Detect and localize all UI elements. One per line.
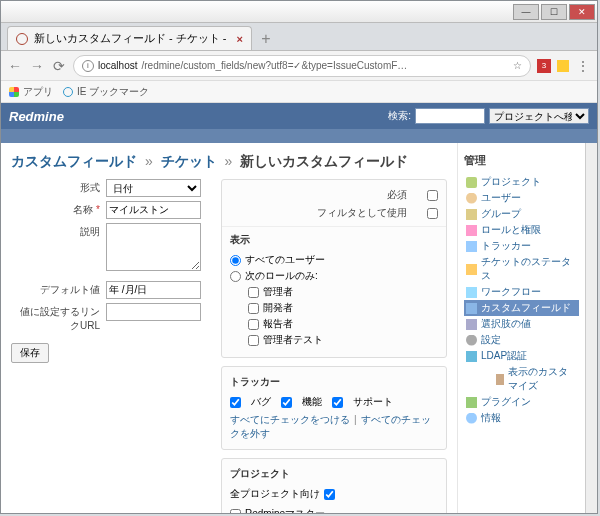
admin-item-プラグイン[interactable]: プラグイン — [464, 394, 579, 410]
admin-item-ワークフロー[interactable]: ワークフロー — [464, 284, 579, 300]
default-value-input[interactable] — [106, 281, 201, 299]
admin-item-ユーザー[interactable]: ユーザー — [464, 190, 579, 206]
admin-link[interactable]: 情報 — [481, 411, 501, 425]
admin-icon — [466, 413, 477, 424]
trackers-check-all-link[interactable]: すべてにチェックをつける — [230, 414, 350, 425]
admin-link[interactable]: ワークフロー — [481, 285, 541, 299]
admin-link[interactable]: プラグイン — [481, 395, 531, 409]
browser-tab[interactable]: 新しいカスタムフィールド - チケット - × — [7, 26, 252, 50]
admin-item-選択肢の値[interactable]: 選択肢の値 — [464, 316, 579, 332]
display-title: 表示 — [230, 233, 438, 247]
new-tab-button[interactable]: + — [256, 30, 276, 50]
ie-bookmarks-folder[interactable]: IE ブックマーク — [63, 85, 149, 99]
window-close-button[interactable]: ✕ — [569, 4, 595, 20]
url-host: localhost — [98, 60, 137, 71]
description-label: 説明 — [11, 223, 106, 239]
bookmark-star-icon[interactable]: ☆ — [513, 60, 522, 71]
admin-link[interactable]: 選択肢の値 — [481, 317, 531, 331]
forward-button[interactable]: → — [29, 58, 45, 74]
linkurl-input[interactable] — [106, 303, 201, 321]
admin-link[interactable]: プロジェクト — [481, 175, 541, 189]
name-label: 名称 * — [11, 201, 106, 217]
save-button[interactable]: 保存 — [11, 343, 49, 363]
tab-title: 新しいカスタムフィールド - チケット - — [34, 31, 227, 46]
admin-icon — [466, 193, 477, 204]
admin-item-表示のカスタマイズ[interactable]: 表示のカスタマイズ — [482, 364, 579, 394]
role-manager-checkbox[interactable] — [248, 287, 259, 298]
as-filter-checkbox[interactable] — [427, 208, 438, 219]
apps-shortcut[interactable]: アプリ — [9, 85, 53, 99]
admin-icon — [466, 287, 477, 298]
admin-item-カスタムフィールド[interactable]: カスタムフィールド — [464, 300, 579, 316]
admin-link[interactable]: 設定 — [481, 333, 501, 347]
brand-logo[interactable]: Redmine — [9, 109, 64, 124]
visibility-all-label: すべてのユーザー — [245, 253, 325, 267]
app-header: Redmine 検索: プロジェクトへ移動... — [1, 103, 597, 129]
admin-link[interactable]: 表示のカスタマイズ — [508, 365, 577, 393]
admin-icon — [466, 303, 477, 314]
role-developer-label: 開発者 — [263, 301, 293, 315]
admin-link[interactable]: ユーザー — [481, 191, 521, 205]
extension-icon[interactable] — [557, 60, 569, 72]
project-jump-select[interactable]: プロジェクトへ移動... — [489, 108, 589, 124]
trackers-title: トラッカー — [230, 375, 438, 389]
required-asterisk: * — [96, 204, 100, 215]
format-label: 形式 — [11, 179, 106, 195]
admin-link[interactable]: トラッカー — [481, 239, 531, 253]
site-info-icon[interactable]: i — [82, 60, 94, 72]
scrollbar[interactable] — [585, 143, 597, 513]
name-input[interactable] — [106, 201, 201, 219]
visibility-all-radio[interactable] — [230, 255, 241, 266]
window-titlebar: — ☐ ✕ — [1, 1, 597, 23]
admin-item-LDAP認証[interactable]: LDAP認証 — [464, 348, 579, 364]
linkurl-label: 値に設定するリンクURL — [11, 303, 106, 333]
default-label: デフォルト値 — [11, 281, 106, 297]
admin-item-トラッカー[interactable]: トラッカー — [464, 238, 579, 254]
breadcrumb-custom-fields[interactable]: カスタムフィールド — [11, 153, 137, 169]
url-bar[interactable]: i localhost /redmine/custom_fields/new?u… — [73, 55, 531, 77]
breadcrumb-issues[interactable]: チケット — [161, 153, 217, 169]
format-select[interactable]: 日付 — [106, 179, 201, 197]
window-maximize-button[interactable]: ☐ — [541, 4, 567, 20]
all-projects-checkbox[interactable] — [324, 489, 335, 500]
visibility-roles-radio[interactable] — [230, 271, 241, 282]
tracker-feature-checkbox[interactable] — [281, 397, 292, 408]
ie-icon — [63, 87, 73, 97]
role-developer-checkbox[interactable] — [248, 303, 259, 314]
admin-item-プロジェクト[interactable]: プロジェクト — [464, 174, 579, 190]
sub-header — [1, 129, 597, 143]
extension-badge[interactable]: 3 — [537, 59, 551, 73]
tab-close-icon[interactable]: × — [237, 33, 243, 45]
admin-icon — [466, 177, 477, 188]
admin-item-チケットのステータス[interactable]: チケットのステータス — [464, 254, 579, 284]
admin-icon — [466, 335, 477, 346]
projects-title: プロジェクト — [230, 467, 438, 481]
admin-link[interactable]: グループ — [481, 207, 521, 221]
description-textarea[interactable] — [106, 223, 201, 271]
project-master-checkbox[interactable] — [230, 509, 241, 514]
admin-item-グループ[interactable]: グループ — [464, 206, 579, 222]
admin-item-ロールと権限[interactable]: ロールと権限 — [464, 222, 579, 238]
window-minimize-button[interactable]: — — [513, 4, 539, 20]
required-checkbox[interactable] — [427, 190, 438, 201]
role-reporter-checkbox[interactable] — [248, 319, 259, 330]
reload-button[interactable]: ⟳ — [51, 58, 67, 74]
tracker-feature-label: 機能 — [302, 395, 322, 409]
back-button[interactable]: ← — [7, 58, 23, 74]
url-path: /redmine/custom_fields/new?utf8=✓&type=I… — [141, 60, 407, 71]
admin-item-設定[interactable]: 設定 — [464, 332, 579, 348]
favicon-icon — [16, 33, 28, 45]
bookmarks-bar: アプリ IE ブックマーク — [1, 81, 597, 103]
options-box: 必須 フィルタとして使用 表示 すべてのユーザー 次のロールのみ: 管理者 開発… — [221, 179, 447, 358]
search-input[interactable] — [415, 108, 485, 124]
admin-link[interactable]: ロールと権限 — [481, 223, 541, 237]
admin-link[interactable]: カスタムフィールド — [481, 301, 571, 315]
browser-menu-button[interactable]: ⋮ — [575, 58, 591, 74]
tracker-support-checkbox[interactable] — [332, 397, 343, 408]
admin-icon — [466, 351, 477, 362]
admin-link[interactable]: チケットのステータス — [481, 255, 577, 283]
admin-link[interactable]: LDAP認証 — [481, 349, 527, 363]
role-managertest-checkbox[interactable] — [248, 335, 259, 346]
tracker-bug-checkbox[interactable] — [230, 397, 241, 408]
admin-item-情報[interactable]: 情報 — [464, 410, 579, 426]
